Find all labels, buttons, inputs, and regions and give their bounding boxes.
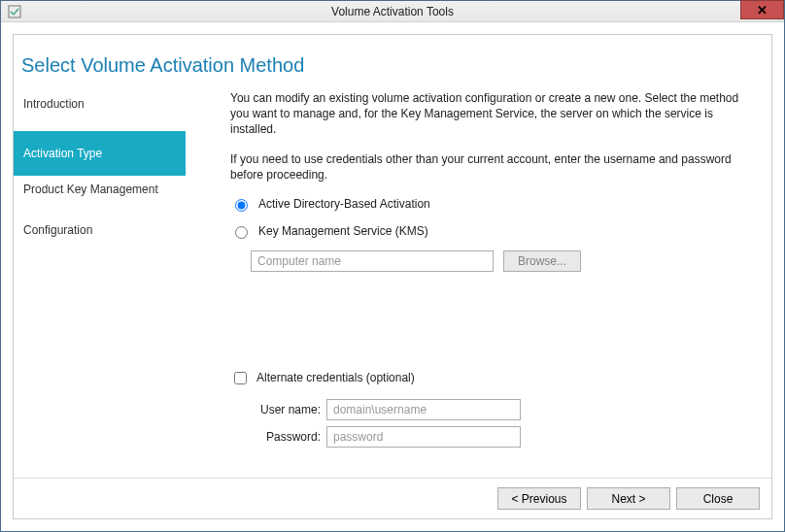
svg-rect-0	[9, 6, 20, 17]
alt-creds-checkbox[interactable]	[234, 372, 247, 384]
content-outer: Select Volume Activation Method Introduc…	[1, 22, 784, 531]
body-grid: Introduction Activation Type Product Key…	[14, 88, 771, 469]
main-area: You can modify an existing volume activa…	[186, 88, 771, 469]
sidebar: Introduction Activation Type Product Key…	[14, 88, 186, 469]
app-icon	[7, 4, 22, 19]
content-panel: Select Volume Activation Method Introduc…	[13, 34, 772, 519]
window-title: Volume Activation Tools	[331, 5, 454, 18]
radio-ad-label: Active Directory-Based Activation	[258, 197, 430, 211]
username-label: User name:	[251, 403, 321, 416]
window-frame: Volume Activation Tools ✕ Select Volume …	[0, 0, 785, 532]
sidebar-item-product-key-management[interactable]: Product Key Management	[14, 176, 186, 203]
radio-row-kms: Key Management Service (KMS)	[230, 223, 748, 239]
alt-creds-label: Alternate credentials (optional)	[256, 371, 415, 384]
wizard-footer: < Previous Next > Close	[14, 478, 771, 518]
page-title: Select Volume Activation Method	[14, 35, 771, 88]
password-input[interactable]	[326, 426, 521, 448]
radio-kms[interactable]	[235, 226, 248, 239]
password-label: Password:	[251, 430, 321, 444]
next-button[interactable]: Next >	[587, 487, 670, 510]
sidebar-item-activation-type[interactable]: Activation Type	[14, 131, 186, 176]
intro-paragraph: You can modify an existing volume activa…	[230, 90, 748, 138]
computer-name-input[interactable]	[251, 250, 494, 272]
radio-row-ad: Active Directory-Based Activation	[230, 196, 748, 212]
titlebar: Volume Activation Tools ✕	[1, 1, 784, 22]
kms-input-row: Browse...	[251, 250, 748, 272]
credentials-block: Alternate credentials (optional) User na…	[230, 369, 748, 448]
username-row: User name:	[251, 399, 748, 420]
password-row: Password:	[251, 426, 748, 448]
close-button[interactable]: ✕	[740, 0, 784, 19]
sidebar-item-introduction[interactable]: Introduction	[14, 90, 186, 117]
username-input[interactable]	[326, 399, 521, 420]
sidebar-item-configuration[interactable]: Configuration	[14, 216, 186, 244]
radio-ad-activation[interactable]	[235, 199, 248, 212]
close-wizard-button[interactable]: Close	[676, 487, 760, 510]
creds-paragraph: If you need to use credentials other tha…	[230, 151, 748, 183]
alt-creds-row: Alternate credentials (optional)	[230, 369, 748, 387]
previous-button[interactable]: < Previous	[497, 487, 581, 510]
radio-kms-label: Key Management Service (KMS)	[258, 224, 428, 238]
browse-button[interactable]: Browse...	[503, 250, 581, 272]
close-icon: ✕	[757, 3, 768, 17]
